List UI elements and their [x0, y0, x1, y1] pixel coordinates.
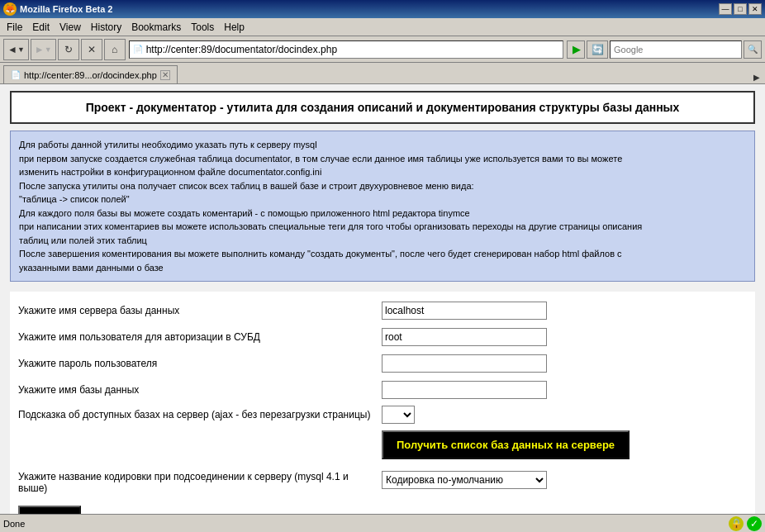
status-text: Done — [3, 519, 25, 529]
back-icon: ◄ — [7, 44, 17, 55]
info-line-10: указанными вами данными о базе — [19, 261, 746, 275]
stop-button[interactable]: ✕ — [81, 39, 102, 60]
page-icon: 📄 — [133, 45, 143, 54]
login-row: Log-in — [18, 499, 747, 514]
tab-label: http://center:89...or/docindex.php — [24, 70, 157, 80]
reload-button[interactable]: ↻ — [58, 39, 79, 60]
dbname-label: Укажите имя базы данных — [18, 384, 382, 396]
page-content: Проект - документатор - утилита для созд… — [0, 84, 765, 514]
info-line-1: Для работы данной утилиты необходимо ука… — [19, 138, 746, 152]
dropdown-hint-label: Подсказка об доступных базах на сервер (… — [18, 406, 382, 420]
forward-dropdown-icon: ▼ — [45, 45, 52, 54]
info-box: Для работы данной утилиты необходимо ука… — [10, 131, 755, 282]
user-row: Укажите имя пользователя для авторизации… — [18, 326, 747, 348]
security-status-icon: ✓ — [747, 516, 762, 531]
get-list-label: Получить список баз данных на сервере — [397, 439, 615, 451]
back-dropdown-icon: ▼ — [17, 45, 25, 54]
active-tab[interactable]: 📄 http://center:89...or/docindex.php ✕ — [3, 65, 178, 83]
menu-tools[interactable]: Tools — [186, 20, 219, 35]
password-input[interactable] — [382, 354, 547, 373]
back-button[interactable]: ◄ ▼ — [3, 39, 29, 60]
server-label: Укажите имя сервера базы данных — [18, 305, 382, 316]
db-hint-select[interactable] — [382, 406, 415, 424]
tab-bar: 📄 http://center:89...or/docindex.php ✕ ▶ — [0, 63, 765, 84]
user-input[interactable] — [382, 328, 547, 346]
dbname-row: Укажите имя базы данных — [18, 379, 747, 401]
close-button[interactable]: ✕ — [748, 3, 762, 15]
encoding-label: Укажите название кодировки при подсоедин… — [18, 471, 382, 494]
minimize-button[interactable]: — — [719, 3, 732, 15]
menu-help[interactable]: Help — [219, 20, 249, 35]
firefox-icon: 🦊 — [3, 2, 17, 16]
nav-bar: ◄ ▼ ► ▼ ↻ ✕ ⌂ 📄 ▶ 🔄 🔍 — [0, 36, 765, 63]
info-line-4: После запуска утилиты она получает списо… — [19, 179, 746, 193]
title-bar: 🦊 Mozilla Firefox Beta 2 — □ ✕ — [0, 0, 765, 18]
address-bar: 📄 — [129, 40, 563, 59]
status-bar: Done 🔒 ✓ — [0, 514, 765, 532]
menu-bar: File Edit View History Bookmarks Tools H… — [0, 18, 765, 36]
tab-page-icon: 📄 — [11, 70, 21, 79]
dropdown-hint-row: Подсказка об доступных базах на сервер (… — [18, 406, 747, 459]
tab-close-button[interactable]: ✕ — [160, 70, 170, 80]
menu-history[interactable]: History — [86, 20, 126, 35]
encoding-select[interactable]: Кодировка по-умолчанию — [382, 471, 547, 489]
server-row: Укажите имя сервера базы данных — [18, 300, 747, 321]
password-label: Укажите пароль пользователя — [18, 358, 382, 369]
dbname-input[interactable] — [382, 381, 547, 399]
connection-status-icon: 🔒 — [729, 516, 744, 531]
info-line-9: После завершения коментирования вы может… — [19, 247, 746, 261]
search-go-icon: 🔍 — [748, 45, 758, 54]
menu-bookmarks[interactable]: Bookmarks — [126, 20, 186, 35]
window-controls[interactable]: — □ ✕ — [719, 3, 762, 15]
search-go-button[interactable]: 🔍 — [744, 40, 762, 59]
encoding-row: Укажите название кодировки при подсоедин… — [18, 464, 747, 494]
home-button[interactable]: ⌂ — [104, 39, 126, 60]
user-label: Укажите имя пользователя для авторизации… — [18, 331, 382, 343]
main-heading: Проект - документатор - утилита для созд… — [10, 91, 755, 124]
google-search-bar — [610, 40, 742, 59]
info-line-2: при первом запуске создается служебная т… — [19, 152, 746, 166]
tab-scroll-right[interactable]: ▶ — [752, 71, 762, 83]
menu-view[interactable]: View — [55, 20, 86, 35]
info-line-7: при написании этих коментариев вы можете… — [19, 220, 746, 234]
form-section: Укажите имя сервера базы данных Укажите … — [10, 292, 755, 514]
home-icon: ⌂ — [112, 44, 117, 55]
refresh-button[interactable]: 🔄 — [587, 40, 608, 59]
info-line-6: Для каждого поля базы вы можете создать … — [19, 207, 746, 221]
forward-icon: ► — [35, 44, 45, 55]
reload-icon: ↻ — [64, 44, 73, 55]
forward-button[interactable]: ► ▼ — [31, 39, 56, 60]
stop-icon: ✕ — [88, 44, 96, 55]
menu-edit[interactable]: Edit — [27, 20, 55, 35]
login-button[interactable]: Log-in — [18, 506, 81, 514]
maximize-button[interactable]: □ — [734, 3, 747, 15]
info-line-5: "таблица -> список полей" — [19, 192, 746, 207]
status-right: 🔒 ✓ — [729, 516, 762, 531]
info-line-8: таблиц или полей этих таблиц — [19, 234, 746, 248]
main-heading-text: Проект - документатор - утилита для созд… — [86, 101, 680, 114]
menu-file[interactable]: File — [2, 20, 27, 35]
address-input[interactable] — [146, 44, 559, 55]
get-list-button[interactable]: Получить список баз данных на сервере — [382, 430, 630, 459]
info-line-3: изменить настройки в конфигурационном фа… — [19, 165, 746, 179]
google-search-input[interactable] — [614, 45, 738, 55]
refresh-icon: 🔄 — [592, 44, 604, 55]
go-icon: ▶ — [573, 44, 580, 55]
password-row: Укажите пароль пользователя — [18, 353, 747, 374]
window-title: Mozilla Firefox Beta 2 — [20, 4, 112, 14]
server-input[interactable] — [382, 302, 547, 320]
go-button[interactable]: ▶ — [567, 40, 585, 59]
